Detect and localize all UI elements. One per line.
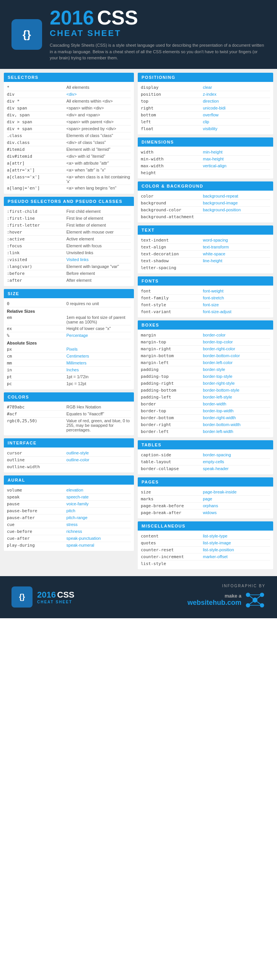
list-item: size page-break-inside	[141, 489, 270, 496]
miscellaneous-header: MISCELLANEOUS	[138, 521, 273, 531]
list-item: padding border-style	[141, 366, 270, 373]
list-item: position z-index	[141, 91, 270, 98]
list-item: :after After element	[7, 277, 131, 284]
pseudo-header: PSEUDO SELECTORS AND PSEUDO CLASSES	[4, 197, 134, 206]
footer-logo-symbol: {}	[19, 593, 25, 601]
list-item: text-shadow line-height	[141, 258, 270, 265]
section-colors: COLORS #789abc RGB Hex Notation #acf Equ…	[4, 392, 134, 435]
list-item: outline-width	[7, 464, 131, 470]
list-item: caption-side border-spacing	[141, 452, 270, 459]
list-item: div.class <div> of class "class"	[7, 139, 131, 146]
list-item: padding-right border-right-style	[141, 380, 270, 387]
list-item: text-decoration white-space	[141, 251, 270, 258]
section-boxes: BOXES margin border-color margin-top bor…	[138, 320, 273, 437]
list-item: #789abc RGB Hex Notation	[7, 404, 131, 411]
list-item: cue-after speak-punctuation	[7, 535, 131, 542]
color-background-header: COLOR & BACKGROUND	[138, 181, 273, 191]
header-year: 2016	[50, 8, 94, 28]
footer-infographic-by: INFOGRAPHIC BY	[82, 584, 266, 588]
selectors-body: * All elements div <div> div * All eleme…	[4, 82, 134, 194]
miscellaneous-body: content list-style-type quotes list-styl…	[138, 531, 273, 569]
list-item: #acf Equates to "#aaccff"	[7, 411, 131, 418]
header-css: CSS	[97, 8, 138, 28]
pages-header: PAGES	[138, 477, 273, 487]
section-fonts: FONTS font font-weight font-family font-…	[138, 276, 273, 317]
list-item: counter-increment marker-offset	[141, 554, 270, 560]
left-column: SELECTORS * All elements div <div> div *…	[4, 73, 134, 572]
footer-brand-line1: make a	[225, 593, 241, 599]
list-item: #itemid Element with id "itemid"	[7, 146, 131, 153]
list-item: play-during speak-numeral	[7, 542, 131, 549]
list-item: letter-spacing	[141, 265, 270, 271]
section-tables: TABLES caption-side border-spacing table…	[138, 440, 273, 474]
list-item: content list-style-type	[141, 533, 270, 540]
text-header: TEXT	[138, 225, 273, 235]
list-item: * All elements	[7, 84, 131, 91]
section-positioning: POSITIONING display clear position z-ind…	[138, 73, 273, 134]
header-title: 2016 CSS	[50, 8, 266, 28]
relative-sizes-header: Relative Sizes	[7, 307, 131, 314]
text-body: text-indent word-spacing text-align text…	[138, 235, 273, 273]
section-selectors: SELECTORS * All elements div <div> div *…	[4, 73, 134, 194]
list-item: div, span <div> and <span>	[7, 112, 131, 119]
section-aural: AURAL volume elevation speak speech-rate…	[4, 475, 134, 551]
list-item: page-break-after widows	[141, 510, 270, 516]
header-text: 2016 CSS CHEAT SHEET Cascading Style She…	[50, 8, 266, 61]
list-item: margin-bottom border-bottom-color	[141, 353, 270, 359]
right-column: POSITIONING display clear position z-ind…	[138, 73, 273, 572]
section-pages: PAGES size page-break-inside marks page …	[138, 477, 273, 518]
list-item: height	[141, 170, 270, 176]
footer-subtitle: CHEAT SHEET	[37, 600, 75, 604]
positioning-header: POSITIONING	[138, 73, 273, 82]
list-item: cursor outline-style	[7, 450, 131, 457]
dimensions-header: DIMENSIONS	[138, 137, 273, 147]
list-item: background background-image	[141, 200, 270, 207]
tables-header: TABLES	[138, 440, 273, 449]
list-item: a[attr='x'] <a> when "attr" is "x"	[7, 167, 131, 174]
list-item: :visited Visited links	[7, 256, 131, 263]
list-item: padding-top border-top-style	[141, 373, 270, 380]
list-item: pause-before pitch	[7, 508, 131, 514]
list-item: volume elevation	[7, 487, 131, 494]
selectors-header: SELECTORS	[4, 73, 134, 82]
list-item: border-right border-bottom-width	[141, 421, 270, 428]
list-item: cue-before richness	[7, 528, 131, 535]
header-subtitle: CHEAT SHEET	[50, 28, 266, 38]
colors-body: #789abc RGB Hex Notation #acf Equates to…	[4, 402, 134, 435]
list-item: pause voice-family	[7, 501, 131, 508]
list-item: a[attr] <a> with attribute "attr"	[7, 160, 131, 167]
list-item: width min-height	[141, 149, 270, 156]
list-item: .class Elements of class "class"	[7, 132, 131, 139]
list-item: font-style font-size	[141, 302, 270, 309]
list-item: pc 1pc = 12pt	[7, 381, 131, 387]
header-logo: {}	[11, 19, 42, 50]
svg-line-7	[255, 600, 262, 605]
list-item: margin-top border-top-color	[141, 339, 270, 346]
list-item: text-indent word-spacing	[141, 237, 270, 244]
list-item: div > span <span> with parent <div>	[7, 119, 131, 126]
section-interface: INTERFACE cursor outline-style outline o…	[4, 438, 134, 472]
list-item: a[class~='x'] <a> when class is a list c…	[7, 174, 131, 185]
list-item: px Pixels	[7, 346, 131, 353]
footer-brand-line2: websitehub.com	[187, 599, 241, 607]
list-item: marks page	[141, 496, 270, 503]
list-item: font-family font-stretch	[141, 295, 270, 302]
list-item: border-collapse speak-header	[141, 466, 270, 472]
list-item: ex Height of lower case "x"	[7, 325, 131, 332]
list-item: in Inches	[7, 367, 131, 374]
footer-year: 2016	[37, 590, 56, 599]
list-item: background-attachment	[141, 214, 270, 220]
header-logo-symbol: {}	[23, 28, 31, 41]
list-item: div * All elements within <div>	[7, 98, 131, 105]
list-item: :first-line First line of element	[7, 215, 131, 222]
footer-right: INFOGRAPHIC BY make a websitehub.com	[82, 584, 266, 611]
list-item: background-color background-position	[141, 207, 270, 214]
pseudo-body: :first-child First child element :first-…	[4, 206, 134, 286]
list-item: table-layout empty-cells	[141, 459, 270, 466]
list-item: pt 1pt = 1/72in	[7, 374, 131, 381]
list-item: :focus Element with focus	[7, 243, 131, 250]
footer-css: CSS	[57, 590, 74, 599]
list-item: max-width vertical-align	[141, 163, 270, 170]
list-item: quotes list-style-image	[141, 540, 270, 547]
list-item: :hover Element with mouse over	[7, 229, 131, 236]
